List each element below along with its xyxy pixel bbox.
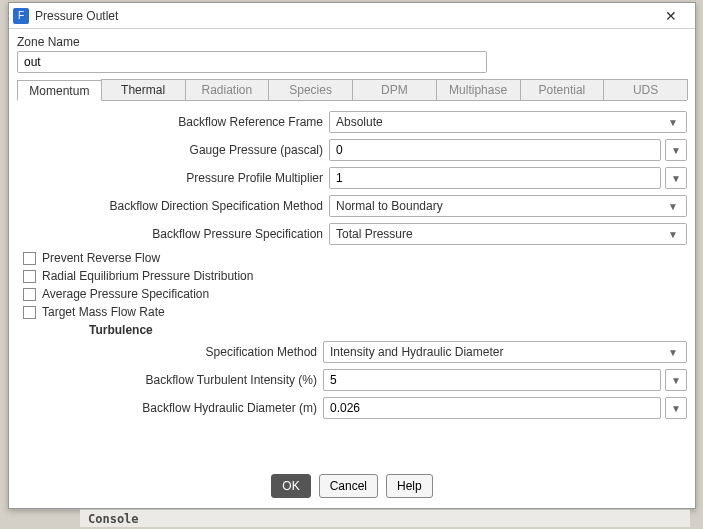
dir-spec-value: Normal to Boundary: [336, 199, 443, 213]
chevron-down-icon: ▼: [664, 342, 682, 362]
tab-potential[interactable]: Potential: [520, 79, 605, 100]
tab-momentum[interactable]: Momentum: [17, 80, 102, 101]
prevent-reverse-row: Prevent Reverse Flow: [23, 251, 687, 265]
turbulence-title: Turbulence: [89, 323, 687, 337]
gauge-pressure-input[interactable]: [329, 139, 661, 161]
tab-species[interactable]: Species: [268, 79, 353, 100]
turb-spec-method-select[interactable]: Intensity and Hydraulic Diameter ▼: [323, 341, 687, 363]
press-spec-value: Total Pressure: [336, 227, 413, 241]
turb-hyd-diam-label: Backflow Hydraulic Diameter (m): [87, 401, 323, 415]
cancel-button[interactable]: Cancel: [319, 474, 378, 498]
app-icon: F: [13, 8, 29, 24]
avg-press-label: Average Pressure Specification: [42, 287, 209, 301]
prevent-reverse-checkbox[interactable]: [23, 252, 36, 265]
zone-name-input[interactable]: [17, 51, 487, 73]
turb-intensity-input[interactable]: [323, 369, 661, 391]
target-mass-row: Target Mass Flow Rate: [23, 305, 687, 319]
turb-spec-method-value: Intensity and Hydraulic Diameter: [330, 345, 503, 359]
target-mass-label: Target Mass Flow Rate: [42, 305, 165, 319]
avg-press-checkbox[interactable]: [23, 288, 36, 301]
target-mass-checkbox[interactable]: [23, 306, 36, 319]
pressure-outlet-dialog: F Pressure Outlet ✕ Zone Name Momentum T…: [8, 2, 696, 509]
tab-thermal[interactable]: Thermal: [101, 79, 186, 100]
dialog-buttons: OK Cancel Help: [17, 464, 687, 500]
ok-button[interactable]: OK: [271, 474, 310, 498]
tabs: Momentum Thermal Radiation Species DPM M…: [17, 79, 687, 101]
gauge-pressure-drop[interactable]: ▼: [665, 139, 687, 161]
tab-dpm[interactable]: DPM: [352, 79, 437, 100]
tab-uds[interactable]: UDS: [603, 79, 688, 100]
turb-intensity-label: Backflow Turbulent Intensity (%): [87, 373, 323, 387]
turbulence-group: Turbulence Specification Method Intensit…: [87, 323, 687, 419]
tab-radiation[interactable]: Radiation: [185, 79, 270, 100]
ref-frame-label: Backflow Reference Frame: [17, 115, 329, 129]
ref-frame-select[interactable]: Absolute ▼: [329, 111, 687, 133]
dialog-content: Zone Name Momentum Thermal Radiation Spe…: [9, 29, 695, 508]
dir-spec-label: Backflow Direction Specification Method: [17, 199, 329, 213]
chevron-down-icon: ▼: [664, 112, 682, 132]
zone-name-label: Zone Name: [17, 35, 687, 49]
chevron-down-icon: ▼: [664, 224, 682, 244]
tab-multiphase[interactable]: Multiphase: [436, 79, 521, 100]
radial-eq-label: Radial Equilibrium Pressure Distribution: [42, 269, 253, 283]
profile-mult-label: Pressure Profile Multiplier: [17, 171, 329, 185]
chevron-down-icon: ▼: [664, 196, 682, 216]
profile-mult-drop[interactable]: ▼: [665, 167, 687, 189]
gauge-pressure-label: Gauge Pressure (pascal): [17, 143, 329, 157]
turb-intensity-drop[interactable]: ▼: [665, 369, 687, 391]
help-button[interactable]: Help: [386, 474, 433, 498]
console-panel-header: Console: [80, 509, 690, 527]
close-icon[interactable]: ✕: [651, 5, 691, 27]
ref-frame-value: Absolute: [336, 115, 383, 129]
radial-eq-checkbox[interactable]: [23, 270, 36, 283]
prevent-reverse-label: Prevent Reverse Flow: [42, 251, 160, 265]
press-spec-label: Backflow Pressure Specification: [17, 227, 329, 241]
turb-spec-method-label: Specification Method: [87, 345, 323, 359]
press-spec-select[interactable]: Total Pressure ▼: [329, 223, 687, 245]
profile-mult-input[interactable]: [329, 167, 661, 189]
momentum-form: Backflow Reference Frame Absolute ▼ Gaug…: [17, 101, 687, 464]
dir-spec-select[interactable]: Normal to Boundary ▼: [329, 195, 687, 217]
avg-press-row: Average Pressure Specification: [23, 287, 687, 301]
turb-hyd-diam-input[interactable]: [323, 397, 661, 419]
window-title: Pressure Outlet: [35, 9, 118, 23]
radial-eq-row: Radial Equilibrium Pressure Distribution: [23, 269, 687, 283]
turb-hyd-diam-drop[interactable]: ▼: [665, 397, 687, 419]
titlebar: F Pressure Outlet ✕: [9, 3, 695, 29]
